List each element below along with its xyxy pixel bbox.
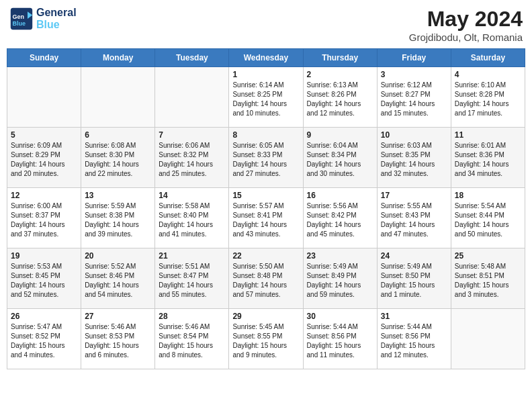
day-header-thursday: Thursday — [303, 49, 377, 67]
svg-text:Blue: Blue — [13, 20, 26, 27]
day-number: 19 — [11, 251, 77, 261]
calendar-cell: 14Sunrise: 5:58 AM Sunset: 8:40 PM Dayli… — [155, 188, 229, 248]
calendar-week-4: 19Sunrise: 5:53 AM Sunset: 8:45 PM Dayli… — [7, 248, 525, 309]
calendar-cell: 3Sunrise: 6:12 AM Sunset: 8:27 PM Daylig… — [377, 67, 451, 128]
day-number: 28 — [159, 312, 225, 321]
day-content: Sunrise: 5:54 AM Sunset: 8:44 PM Dayligh… — [455, 201, 521, 239]
day-content: Sunrise: 5:47 AM Sunset: 8:52 PM Dayligh… — [11, 322, 77, 360]
day-number: 21 — [159, 251, 225, 261]
calendar-cell: 15Sunrise: 5:57 AM Sunset: 8:41 PM Dayli… — [229, 188, 303, 248]
calendar-cell: 16Sunrise: 5:56 AM Sunset: 8:42 PM Dayli… — [303, 188, 377, 248]
page-header: Gen Blue General Blue May 2024 Grojdibod… — [7, 7, 525, 43]
day-content: Sunrise: 5:45 AM Sunset: 8:55 PM Dayligh… — [232, 322, 299, 360]
day-content: Sunrise: 6:04 AM Sunset: 8:34 PM Dayligh… — [307, 141, 373, 179]
calendar-cell — [81, 67, 155, 128]
calendar-cell: 25Sunrise: 5:48 AM Sunset: 8:51 PM Dayli… — [451, 248, 525, 309]
calendar-cell: 17Sunrise: 5:55 AM Sunset: 8:43 PM Dayli… — [377, 188, 451, 248]
day-content: Sunrise: 6:14 AM Sunset: 8:25 PM Dayligh… — [232, 81, 299, 118]
calendar-cell: 22Sunrise: 5:50 AM Sunset: 8:48 PM Dayli… — [229, 248, 303, 309]
calendar-cell: 4Sunrise: 6:10 AM Sunset: 8:28 PM Daylig… — [451, 67, 525, 128]
calendar-header-row: SundayMondayTuesdayWednesdayThursdayFrid… — [7, 49, 525, 67]
day-content: Sunrise: 6:06 AM Sunset: 8:32 PM Dayligh… — [159, 141, 225, 179]
calendar-cell: 31Sunrise: 5:44 AM Sunset: 8:56 PM Dayli… — [377, 309, 451, 369]
day-number: 1 — [232, 70, 299, 79]
day-content: Sunrise: 5:49 AM Sunset: 8:49 PM Dayligh… — [307, 262, 373, 300]
calendar-cell: 10Sunrise: 6:03 AM Sunset: 8:35 PM Dayli… — [377, 128, 451, 188]
day-number: 30 — [307, 312, 373, 321]
day-header-friday: Friday — [377, 49, 451, 67]
calendar-cell: 26Sunrise: 5:47 AM Sunset: 8:52 PM Dayli… — [7, 309, 81, 369]
day-content: Sunrise: 5:50 AM Sunset: 8:48 PM Dayligh… — [232, 262, 299, 300]
calendar-cell: 8Sunrise: 6:05 AM Sunset: 8:33 PM Daylig… — [229, 128, 303, 188]
calendar-cell: 27Sunrise: 5:46 AM Sunset: 8:53 PM Dayli… — [81, 309, 155, 369]
day-content: Sunrise: 5:46 AM Sunset: 8:53 PM Dayligh… — [85, 322, 151, 360]
day-number: 26 — [11, 312, 77, 321]
day-content: Sunrise: 6:13 AM Sunset: 8:26 PM Dayligh… — [307, 81, 373, 118]
logo-line1: General — [36, 7, 77, 19]
calendar-cell: 19Sunrise: 5:53 AM Sunset: 8:45 PM Dayli… — [7, 248, 81, 309]
calendar-cell: 18Sunrise: 5:54 AM Sunset: 8:44 PM Dayli… — [451, 188, 525, 248]
calendar-cell: 5Sunrise: 6:09 AM Sunset: 8:29 PM Daylig… — [7, 128, 81, 188]
day-content: Sunrise: 5:48 AM Sunset: 8:51 PM Dayligh… — [455, 262, 521, 300]
day-number: 31 — [381, 312, 447, 321]
day-content: Sunrise: 5:49 AM Sunset: 8:50 PM Dayligh… — [381, 262, 447, 300]
day-content: Sunrise: 6:05 AM Sunset: 8:33 PM Dayligh… — [232, 141, 299, 179]
day-content: Sunrise: 6:10 AM Sunset: 8:28 PM Dayligh… — [455, 81, 521, 118]
calendar-cell: 28Sunrise: 5:46 AM Sunset: 8:54 PM Dayli… — [155, 309, 229, 369]
day-number: 24 — [381, 251, 447, 261]
day-header-wednesday: Wednesday — [229, 49, 303, 67]
calendar-week-1: 1Sunrise: 6:14 AM Sunset: 8:25 PM Daylig… — [7, 67, 525, 128]
calendar-cell: 7Sunrise: 6:06 AM Sunset: 8:32 PM Daylig… — [155, 128, 229, 188]
day-number: 17 — [381, 191, 447, 200]
day-content: Sunrise: 5:55 AM Sunset: 8:43 PM Dayligh… — [381, 201, 447, 239]
calendar-cell: 21Sunrise: 5:51 AM Sunset: 8:47 PM Dayli… — [155, 248, 229, 309]
day-content: Sunrise: 5:58 AM Sunset: 8:40 PM Dayligh… — [159, 201, 225, 239]
day-number: 5 — [11, 130, 77, 140]
day-number: 18 — [455, 191, 521, 200]
day-content: Sunrise: 5:51 AM Sunset: 8:47 PM Dayligh… — [159, 262, 225, 300]
calendar-cell: 20Sunrise: 5:52 AM Sunset: 8:46 PM Dayli… — [81, 248, 155, 309]
day-number: 9 — [307, 130, 373, 140]
svg-text:Gen: Gen — [13, 13, 25, 20]
day-number: 14 — [159, 191, 225, 200]
day-content: Sunrise: 5:59 AM Sunset: 8:38 PM Dayligh… — [85, 201, 151, 239]
calendar-cell — [451, 309, 525, 369]
day-content: Sunrise: 5:56 AM Sunset: 8:42 PM Dayligh… — [307, 201, 373, 239]
calendar-cell: 11Sunrise: 6:01 AM Sunset: 8:36 PM Dayli… — [451, 128, 525, 188]
logo-line2: Blue — [36, 19, 77, 31]
day-number: 6 — [85, 130, 151, 140]
calendar-week-5: 26Sunrise: 5:47 AM Sunset: 8:52 PM Dayli… — [7, 309, 525, 369]
calendar-week-3: 12Sunrise: 6:00 AM Sunset: 8:37 PM Dayli… — [7, 188, 525, 248]
day-header-tuesday: Tuesday — [155, 49, 229, 67]
day-content: Sunrise: 5:53 AM Sunset: 8:45 PM Dayligh… — [11, 262, 77, 300]
day-number: 25 — [455, 251, 521, 261]
logo-icon: Gen Blue — [9, 7, 34, 31]
day-content: Sunrise: 6:01 AM Sunset: 8:36 PM Dayligh… — [455, 141, 521, 179]
day-header-monday: Monday — [81, 49, 155, 67]
calendar-cell: 30Sunrise: 5:44 AM Sunset: 8:56 PM Dayli… — [303, 309, 377, 369]
calendar-cell: 1Sunrise: 6:14 AM Sunset: 8:25 PM Daylig… — [229, 67, 303, 128]
calendar-cell: 24Sunrise: 5:49 AM Sunset: 8:50 PM Dayli… — [377, 248, 451, 309]
day-number: 16 — [307, 191, 373, 200]
calendar-body: 1Sunrise: 6:14 AM Sunset: 8:25 PM Daylig… — [7, 67, 525, 369]
calendar-cell: 6Sunrise: 6:08 AM Sunset: 8:30 PM Daylig… — [81, 128, 155, 188]
day-content: Sunrise: 5:44 AM Sunset: 8:56 PM Dayligh… — [381, 322, 447, 360]
location-subtitle: Grojdibodu, Olt, Romania — [409, 32, 523, 43]
day-number: 10 — [381, 130, 447, 140]
day-content: Sunrise: 6:08 AM Sunset: 8:30 PM Dayligh… — [85, 141, 151, 179]
day-content: Sunrise: 5:57 AM Sunset: 8:41 PM Dayligh… — [232, 201, 299, 239]
day-number: 4 — [455, 70, 521, 79]
day-number: 23 — [307, 251, 373, 261]
calendar-cell: 12Sunrise: 6:00 AM Sunset: 8:37 PM Dayli… — [7, 188, 81, 248]
calendar-table: SundayMondayTuesdayWednesdayThursdayFrid… — [7, 48, 525, 369]
calendar-cell: 29Sunrise: 5:45 AM Sunset: 8:55 PM Dayli… — [229, 309, 303, 369]
calendar-cell: 13Sunrise: 5:59 AM Sunset: 8:38 PM Dayli… — [81, 188, 155, 248]
day-number: 3 — [381, 70, 447, 79]
day-number: 29 — [232, 312, 299, 321]
day-content: Sunrise: 6:12 AM Sunset: 8:27 PM Dayligh… — [381, 81, 447, 118]
day-header-sunday: Sunday — [7, 49, 81, 67]
day-number: 20 — [85, 251, 151, 261]
day-content: Sunrise: 5:44 AM Sunset: 8:56 PM Dayligh… — [307, 322, 373, 360]
day-number: 2 — [307, 70, 373, 79]
day-number: 27 — [85, 312, 151, 321]
